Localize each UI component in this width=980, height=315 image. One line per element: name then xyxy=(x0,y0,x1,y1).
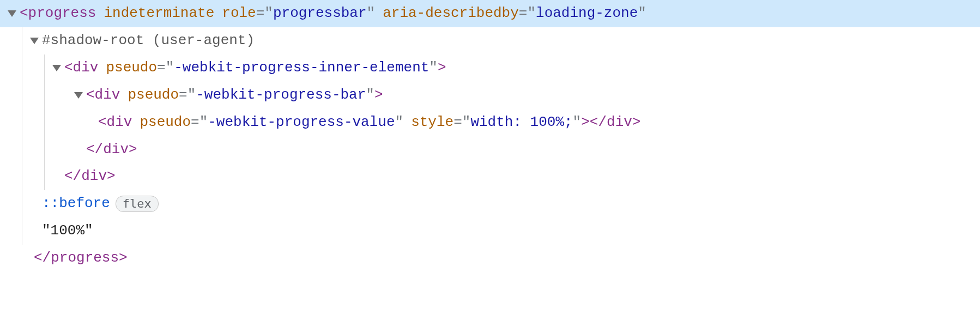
attr-name: pseudo xyxy=(106,54,157,82)
tag-name: div xyxy=(73,54,99,82)
closing-tag: div xyxy=(81,163,107,190)
attr-name: pseudo xyxy=(140,109,191,136)
attr-value: -webkit-progress-bar xyxy=(196,82,366,109)
angle-close: > xyxy=(107,163,116,190)
quote: " xyxy=(366,82,374,109)
angle-close: > xyxy=(581,109,590,136)
angle-open: </ xyxy=(34,245,51,272)
quote: " xyxy=(395,109,404,136)
closing-tag: div xyxy=(103,136,129,163)
angle-open: < xyxy=(20,0,28,27)
equals: = xyxy=(191,109,199,136)
dom-tree-row[interactable]: #shadow-root (user-agent) xyxy=(0,27,980,54)
angle-close: > xyxy=(129,136,137,163)
dom-tree-row[interactable]: <div pseudo="-webkit-progress-bar"> xyxy=(0,82,980,109)
tag-name: progress xyxy=(28,0,96,27)
closing-tag: progress xyxy=(51,245,119,272)
attr-value: -webkit-progress-value xyxy=(208,109,395,136)
dom-tree-row[interactable]: </div> xyxy=(0,136,980,163)
text-node: "100%" xyxy=(42,217,93,245)
angle-close: > xyxy=(632,109,641,136)
pseudo-element: ::before xyxy=(42,190,110,217)
angle-open: </ xyxy=(590,109,607,136)
equals: = xyxy=(179,82,187,109)
quote: " xyxy=(527,0,536,27)
closing-tag: div xyxy=(607,109,632,136)
angle-open: < xyxy=(64,54,73,82)
attr-value: loading-zone xyxy=(536,0,638,27)
equals: = xyxy=(519,0,528,27)
angle-close: > xyxy=(438,54,446,82)
angle-open: </ xyxy=(64,163,81,190)
dom-tree-row[interactable]: "100%" xyxy=(0,217,980,245)
dom-tree-row[interactable]: </div> xyxy=(0,163,980,190)
dom-tree-row[interactable]: </progress> xyxy=(0,245,980,272)
attr-name: role xyxy=(222,0,256,27)
dom-tree-row[interactable]: <div pseudo="-webkit-progress-inner-elem… xyxy=(0,54,980,82)
quote: " xyxy=(573,109,582,136)
quote: " xyxy=(462,109,471,136)
attr-name: style xyxy=(411,109,453,136)
attr-name: pseudo xyxy=(128,82,179,109)
angle-open: </ xyxy=(86,136,103,163)
quote: " xyxy=(264,0,273,27)
attr-value: progressbar xyxy=(273,0,367,27)
angle-close: > xyxy=(374,82,383,109)
attr-value: -webkit-progress-inner-element xyxy=(174,54,429,82)
quote: " xyxy=(367,0,376,27)
equals: = xyxy=(256,0,265,27)
tag-name: div xyxy=(95,82,120,109)
angle-close: > xyxy=(119,245,128,272)
expand-toggle-icon[interactable] xyxy=(52,65,61,71)
tag-name: div xyxy=(107,109,132,136)
attr-value: width: 100%; xyxy=(470,109,572,136)
equals: = xyxy=(453,109,462,136)
quote: " xyxy=(187,82,196,109)
display-badge: flex xyxy=(116,196,159,212)
dom-tree-row[interactable]: <div pseudo="-webkit-progress-value" sty… xyxy=(0,109,980,136)
quote: " xyxy=(638,0,646,27)
quote: " xyxy=(429,54,438,82)
angle-open: < xyxy=(98,109,107,136)
expand-toggle-icon[interactable] xyxy=(30,38,39,44)
quote: " xyxy=(166,54,174,82)
quote: " xyxy=(199,109,208,136)
angle-open: < xyxy=(86,82,95,109)
expand-toggle-icon[interactable] xyxy=(8,10,16,17)
attr-name: indeterminate xyxy=(104,0,214,27)
attr-name: aria-describedby xyxy=(383,0,519,27)
equals: = xyxy=(157,54,166,82)
expand-toggle-icon[interactable] xyxy=(74,92,83,99)
shadow-root-label: #shadow-root (user-agent) xyxy=(42,27,255,54)
dom-tree-row-selected[interactable]: <progress indeterminate role="progressba… xyxy=(0,0,980,27)
dom-tree-row[interactable]: ::before flex xyxy=(0,190,980,217)
